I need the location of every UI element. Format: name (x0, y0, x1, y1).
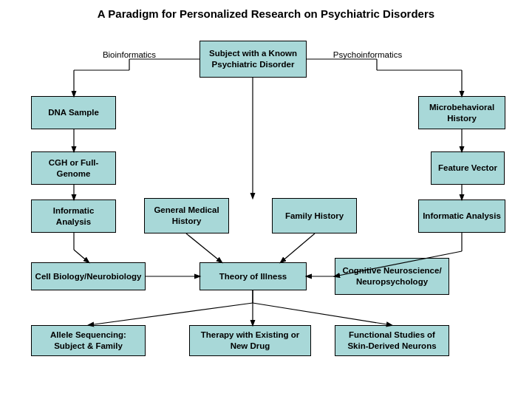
microbehavioral-box: Microbehavioral History (418, 96, 505, 129)
svg-line-22 (89, 303, 253, 325)
therapy-box: Therapy with Existing or New Drug (189, 325, 311, 356)
svg-line-17 (186, 233, 222, 262)
cgh-box: CGH or Full-Genome (31, 151, 116, 185)
svg-line-12 (74, 250, 89, 262)
cell-biology-box: Cell Biology/Neurobiology (31, 262, 146, 290)
bioinformatics-label: Bioinformatics (96, 50, 163, 59)
functional-box: Functional Studies of Skin-Derived Neuro… (335, 325, 449, 356)
psychoinformatics-label: Psychoinformatics (325, 50, 410, 59)
page-title: A Paradigm for Personalized Research on … (0, 0, 532, 24)
diagram: A Paradigm for Personalized Research on … (0, 0, 532, 399)
svg-line-18 (281, 233, 315, 262)
dna-box: DNA Sample (31, 96, 116, 129)
general-medical-box: General Medical History (144, 198, 229, 233)
informatic-left-box: Informatic Analysis (31, 200, 116, 233)
family-history-box: Family History (272, 198, 357, 233)
subject-box: Subject with a Known Psychiatric Disorde… (200, 41, 307, 78)
theory-box: Theory of Illness (200, 262, 307, 290)
feature-vector-box: Feature Vector (431, 151, 505, 185)
informatic-right-box: Informatic Analysis (418, 200, 505, 233)
allele-box: Allele Sequencing: Subject & Family (31, 325, 146, 356)
cognitive-box: Cognitive Neuroscience/ Neuropsychology (335, 258, 449, 295)
svg-line-24 (253, 303, 392, 325)
